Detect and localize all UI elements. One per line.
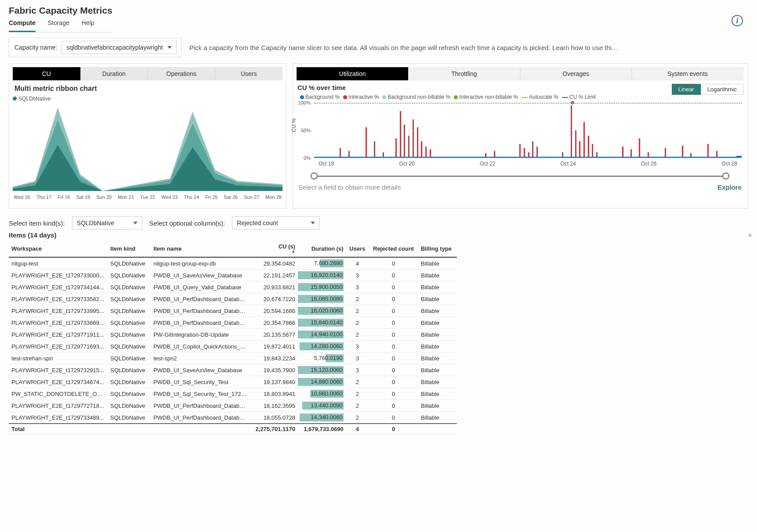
detail-hint: Select a field to obtain more details: [298, 183, 401, 191]
info-icon[interactable]: i: [732, 15, 743, 26]
right-tab-throttling[interactable]: Throttling: [408, 67, 520, 80]
cu-bar: [395, 138, 397, 158]
capacity-label: Capacity name:: [14, 44, 57, 51]
table-row[interactable]: PLAYWRIGHT_E2E_t1729733000...SQLDbNative…: [9, 270, 457, 281]
col-billing-type[interactable]: Billing type: [418, 240, 457, 257]
right-tab-utilization[interactable]: Utilization: [297, 67, 408, 80]
time-range-slider[interactable]: [314, 171, 726, 181]
cu-over-time-panel: UtilizationThrottlingOveragesSystem even…: [293, 63, 748, 208]
chevron-down-icon: [311, 222, 315, 224]
metric-tab-operations[interactable]: Operations: [148, 67, 215, 80]
ribbon-legend: SQLDbNative: [13, 95, 283, 102]
cu-bar: [588, 136, 589, 158]
right-tab-system-events[interactable]: System events: [632, 67, 743, 80]
scale-logarithmic[interactable]: Logarithmic: [701, 84, 743, 95]
cu-bar: [575, 130, 576, 158]
capacity-value: sqldbnativefabriccapacityplaywright: [66, 44, 163, 51]
metric-tab-users[interactable]: Users: [215, 67, 283, 80]
table-row[interactable]: PLAYWRIGHT_E2E_t1729733582...SQLDbNative…: [9, 293, 457, 305]
col-workspace[interactable]: Workspace: [9, 240, 108, 257]
cu-bar: [340, 148, 341, 158]
top-tab-help[interactable]: Help: [82, 17, 94, 32]
cu-bar: [413, 119, 414, 158]
capacity-dropdown[interactable]: sqldbnativefabriccapacityplaywright: [62, 41, 176, 54]
table-row[interactable]: PLAYWRIGHT_E2E_t1729733995...SQLDbNative…: [9, 305, 457, 317]
cu-bar: [682, 146, 683, 158]
chevron-down-icon: [133, 222, 138, 224]
col-users[interactable]: Users: [346, 240, 369, 257]
right-tab-overages[interactable]: Overages: [520, 67, 632, 80]
item-kind-label: Select item kind(s):: [9, 219, 65, 227]
metric-tab-duration[interactable]: Duration: [80, 67, 148, 80]
optional-cols-label: Select optional column(s):: [149, 219, 225, 227]
scroll-indicator: [748, 234, 752, 237]
top-tabs: ComputeStorageHelp: [9, 17, 112, 32]
table-row[interactable]: PLAYWRIGHT_E2E_t1729733489...SQLDbNative…: [9, 412, 457, 424]
cu-bar: [536, 147, 538, 158]
col-item-kind[interactable]: Item kind: [108, 240, 151, 257]
col-item-name[interactable]: Item name: [151, 240, 250, 257]
cu-bar: [571, 105, 572, 158]
col-cu-s-[interactable]: CU (s)▼: [250, 240, 298, 257]
ribbon-chart[interactable]: Wed 16Thu 17Fri 18Sat 19Sun 20Mon 21Tue …: [13, 105, 283, 206]
slider-handle-left[interactable]: [311, 173, 318, 180]
cu-bar: [665, 148, 666, 158]
table-row[interactable]: test-strehan-spnSQLDbNativetest-spn219,8…: [9, 352, 457, 364]
scale-linear[interactable]: Linear: [672, 84, 701, 95]
cu-bar: [421, 141, 422, 158]
cu-bar: [404, 125, 405, 158]
cu-legend: Background %Interactive %Background non-…: [297, 94, 743, 100]
items-table: WorkspaceItem kindItem nameCU (s)▼Durati…: [9, 240, 457, 435]
cu-bar: [579, 141, 580, 158]
cu-bar: [583, 122, 585, 158]
table-row[interactable]: nitgup-testSQLDbNativenitgup-test-group-…: [9, 257, 457, 270]
col-duration-s-[interactable]: Duration (s): [298, 240, 346, 257]
top-tab-storage[interactable]: Storage: [48, 17, 69, 32]
ribbon-chart-title: Multi metric ribbon chart: [14, 85, 283, 93]
cu-y-axis-label: CU %: [291, 119, 297, 132]
table-row[interactable]: PLAYWRIGHT_E2E_t1729733869...SQLDbNative…: [9, 317, 457, 329]
cu-bar: [408, 136, 409, 158]
cu-bar: [417, 127, 418, 158]
slider-handle-right[interactable]: [722, 173, 729, 180]
cu-bar: [622, 147, 623, 158]
metric-tab-cu[interactable]: CU: [13, 67, 80, 80]
cu-bar: [524, 148, 525, 158]
table-row[interactable]: PLAYWRIGHT_E2E_t1729772718...SQLDbNative…: [9, 400, 457, 412]
item-kind-dropdown[interactable]: SQLDbNative: [72, 216, 142, 230]
marker-dot: [571, 101, 574, 104]
cu-bar: [425, 147, 427, 158]
cu-bar: [374, 141, 375, 158]
multi-metric-panel: CUDurationOperationsUsers Multi metric r…: [9, 63, 286, 208]
items-title: Items (14 days): [9, 231, 748, 239]
table-row[interactable]: PLAYWRIGHT_E2E_t1729771911...SQLDbNative…: [9, 329, 457, 341]
cu-bar: [639, 138, 640, 158]
col-rejected-count[interactable]: Rejected count: [369, 240, 418, 257]
page-title: Fabric Capacity Metrics: [9, 5, 112, 16]
help-text: Pick a capacity from the Capacity name s…: [189, 44, 748, 51]
cu-chart[interactable]: CU % 0% 50% 100% Oct 18Oct 20Oct 22Oct 2…: [297, 103, 743, 169]
cu-bar: [366, 127, 367, 158]
optional-cols-dropdown[interactable]: Rejected count: [232, 216, 320, 230]
explore-link[interactable]: Explore: [717, 183, 742, 191]
cu-bar: [707, 144, 709, 158]
cu-bar: [592, 144, 593, 158]
table-row[interactable]: PLAYWRIGHT_E2E_t1729734674...SQLDbNative…: [9, 376, 457, 388]
table-row[interactable]: PLAYWRIGHT_E2E_t1729732915...SQLDbNative…: [9, 364, 457, 376]
cu-bar: [532, 141, 533, 158]
table-row[interactable]: PW_STATIC_DONOTDELETE_OR_...SQLDbNativeP…: [9, 388, 457, 400]
cu-bar: [519, 144, 521, 158]
chevron-down-icon: [167, 46, 172, 49]
table-row[interactable]: PLAYWRIGHT_E2E_t1729734144...SQLDbNative…: [9, 281, 457, 293]
table-row[interactable]: PLAYWRIGHT_E2E_t1729771693...SQLDbNative…: [9, 341, 457, 352]
capacity-slicer: Capacity name: sqldbnativefabriccapacity…: [9, 38, 181, 57]
top-tab-compute[interactable]: Compute: [9, 17, 36, 32]
cu-bar: [400, 111, 401, 158]
